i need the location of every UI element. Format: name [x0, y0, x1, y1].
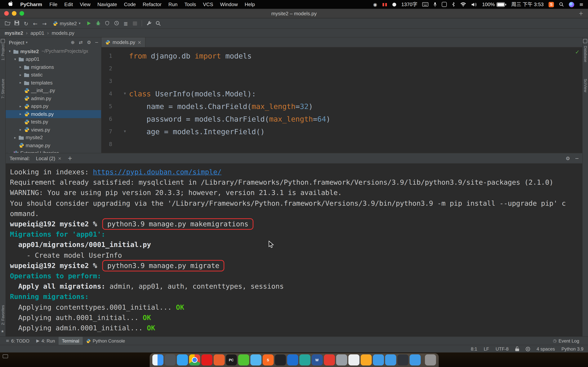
search-button[interactable]: [154, 19, 163, 27]
tree-collapse-icon[interactable]: ▾: [7, 50, 12, 53]
run-button[interactable]: [84, 19, 94, 27]
open-folder-button[interactable]: [3, 19, 12, 27]
lock-icon[interactable]: [515, 346, 519, 351]
terminal-link[interactable]: https://pypi.douban.com/simple/: [93, 168, 222, 176]
menu-code[interactable]: Code: [121, 1, 139, 7]
status-mic[interactable]: [433, 2, 437, 7]
editor-line[interactable]: 4▾class UserInfo(models.Model):: [102, 87, 582, 100]
coverage-button[interactable]: [103, 19, 112, 27]
menu-vcs[interactable]: VCS: [199, 1, 216, 7]
editor-line[interactable]: 8: [102, 138, 582, 150]
status-keyboard[interactable]: [423, 2, 429, 7]
toolwindow-event-log[interactable]: ◷Event Log: [550, 338, 583, 343]
tree-expand-icon[interactable]: ▸: [13, 136, 17, 140]
wrench-button[interactable]: [145, 19, 154, 27]
tree-item-admin-py[interactable]: admin.py: [6, 94, 101, 102]
hide-terminal-icon[interactable]: ─: [575, 155, 579, 161]
status-clock[interactable]: 周三 下午 3:53: [511, 2, 544, 7]
tree-item-migrations[interactable]: ▸migrations: [6, 63, 101, 71]
highlighted-command[interactable]: python3.9 manage.py migrate: [102, 260, 224, 271]
tree-item-models-py[interactable]: ▸models.py: [6, 110, 101, 118]
dock-music[interactable]: [201, 354, 212, 366]
new-tab-icon[interactable]: +: [579, 10, 583, 17]
toolwindow-button-sciview[interactable]: SciView: [583, 79, 588, 92]
dock-app-black[interactable]: [275, 354, 286, 366]
menu-navigate[interactable]: Navigate: [94, 1, 121, 7]
toolwindow-button-structure[interactable]: 7: Structure: [1, 79, 5, 99]
tree-item-static[interactable]: ▸static: [6, 71, 101, 79]
new-terminal-session-icon[interactable]: +: [68, 155, 72, 162]
tree-expand-icon[interactable]: ▸: [18, 65, 23, 69]
dock-app-gray[interactable]: [336, 354, 347, 366]
chevron-down-icon[interactable]: ▾: [26, 41, 27, 44]
back-button[interactable]: ←: [31, 19, 40, 28]
minimize-window-button[interactable]: [12, 11, 17, 16]
tree-item-app01[interactable]: ▾app01: [6, 55, 101, 63]
dock-safari[interactable]: [177, 354, 188, 366]
status-volume[interactable]: [471, 2, 477, 7]
code-editor[interactable]: 1from django.db import models234▾class U…: [102, 47, 582, 153]
forward-button[interactable]: →: [40, 19, 49, 28]
dock-sogou-input[interactable]: S: [262, 354, 274, 366]
status-status-badge[interactable]: [393, 2, 396, 6]
close-terminal-tab-icon[interactable]: ×: [58, 156, 61, 161]
inspections-ok-icon[interactable]: ✓: [575, 49, 579, 55]
menu-edit[interactable]: Edit: [61, 1, 76, 7]
stop-button[interactable]: [130, 19, 139, 28]
tree-collapse-icon[interactable]: ▾: [13, 57, 17, 61]
project-panel-title[interactable]: Project: [9, 40, 24, 45]
save-button[interactable]: [12, 19, 21, 27]
terminal-settings-icon[interactable]: ⚙: [566, 155, 570, 161]
toolwindow-button-database[interactable]: Database: [583, 46, 588, 62]
dock-chrome[interactable]: [189, 354, 200, 366]
editor-line[interactable]: 1from django.db import models: [102, 49, 582, 62]
dock-app-teal[interactable]: [299, 354, 310, 366]
settings-icon[interactable]: ⚙: [87, 40, 91, 45]
dock-app-white[interactable]: [348, 354, 359, 366]
run-configuration-selector[interactable]: mysite2 ▾: [53, 20, 81, 26]
menu-view[interactable]: View: [76, 1, 94, 7]
caret-position[interactable]: 8:1: [471, 346, 477, 351]
status-siri[interactable]: [569, 2, 574, 7]
menu-window[interactable]: Window: [217, 1, 241, 7]
dock-app-orange[interactable]: [360, 354, 372, 366]
toolwindow-terminal[interactable]: Terminal: [58, 337, 83, 345]
favorites-star-icon[interactable]: ★: [1, 329, 4, 333]
close-tab-icon[interactable]: ×: [138, 40, 141, 45]
tree-item-external-libraries[interactable]: ▸External Libraries: [6, 149, 101, 153]
toolwindow-button-project[interactable]: 1: Project: [1, 44, 5, 61]
status-spotlight[interactable]: [559, 2, 564, 7]
line-separator[interactable]: LF: [484, 346, 489, 351]
breadcrumb-app01[interactable]: app01: [30, 30, 44, 36]
menu-help[interactable]: Help: [241, 1, 258, 7]
status-control-center[interactable]: ≡: [579, 2, 583, 7]
dock-pycharm[interactable]: PC: [226, 354, 237, 366]
dock-browser-orange[interactable]: [213, 354, 225, 366]
locate-icon[interactable]: ⊕: [71, 40, 75, 45]
zoom-window-button[interactable]: [19, 11, 24, 16]
editor-line[interactable]: 5 name = models.CharField(max_length=32): [102, 100, 582, 112]
status-sogou[interactable]: S: [549, 2, 554, 7]
dock-wechat[interactable]: [238, 354, 249, 366]
editor-tab-models-py[interactable]: models.py ×: [102, 37, 146, 47]
dock-finder[interactable]: [152, 354, 163, 366]
python-interpreter[interactable]: Python 3.9: [562, 346, 583, 351]
hide-panel-icon[interactable]: ─: [95, 40, 98, 45]
status-bluetooth[interactable]: [452, 2, 455, 7]
status-word-count[interactable]: 1370字: [401, 2, 417, 7]
menu-file[interactable]: File: [46, 1, 61, 7]
highlighted-command[interactable]: python3.9 manage.py makemigrations: [102, 218, 253, 230]
tree-item-mysite2[interactable]: ▸mysite2: [6, 133, 101, 142]
database-stripe-icon[interactable]: [583, 39, 587, 43]
project-stripe-icon[interactable]: [1, 39, 5, 43]
close-window-button[interactable]: [4, 11, 9, 16]
debug-button[interactable]: [94, 19, 103, 27]
fold-marker-icon[interactable]: ▾: [112, 129, 129, 134]
tree-expand-icon[interactable]: ▸: [18, 73, 23, 77]
terminal-tab-local-2[interactable]: Local (2) ×: [34, 155, 64, 161]
tree-expand-icon[interactable]: ▸: [18, 112, 23, 116]
editor-line[interactable]: 3: [102, 75, 582, 87]
terminal-output[interactable]: Looking in indexes: https://pypi.douban.…: [6, 164, 582, 336]
dock-edge[interactable]: [287, 354, 298, 366]
dock-folder-1[interactable]: [373, 354, 384, 366]
